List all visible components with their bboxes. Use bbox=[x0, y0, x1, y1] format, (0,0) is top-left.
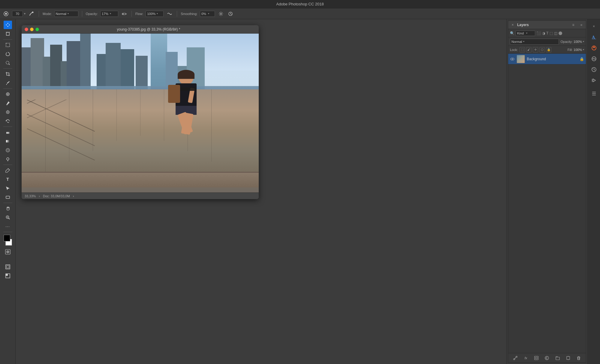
layer-name: Background bbox=[527, 57, 578, 61]
adjustments-panel-icon[interactable] bbox=[589, 54, 599, 64]
brush-size-dropdown-arrow[interactable]: ▾ bbox=[24, 12, 26, 15]
move-tool[interactable] bbox=[4, 21, 12, 29]
healing-brush-tool[interactable] bbox=[4, 90, 12, 98]
airbrush-toggle[interactable] bbox=[121, 10, 128, 17]
svg-point-19 bbox=[6, 104, 8, 105]
svg-rect-8 bbox=[6, 32, 9, 35]
window-close-button[interactable] bbox=[25, 28, 28, 31]
layers-panel-close[interactable]: × bbox=[511, 23, 515, 27]
svg-point-28 bbox=[7, 158, 9, 160]
far-right-close[interactable]: × bbox=[589, 22, 599, 31]
lock-all[interactable]: 🔒 bbox=[546, 47, 551, 52]
channels-panel-icon[interactable] bbox=[589, 89, 599, 98]
opacity-value-arrow[interactable]: ▾ bbox=[583, 40, 584, 43]
actions-panel-icon[interactable] bbox=[589, 76, 599, 85]
opacity-dropdown[interactable]: 17% ▾ bbox=[100, 11, 118, 17]
blend-mode-dropdown[interactable]: Normal ▾ bbox=[510, 39, 559, 45]
crop-tool[interactable] bbox=[4, 70, 12, 78]
svg-rect-38 bbox=[6, 265, 10, 269]
history-brush-tool[interactable] bbox=[4, 117, 12, 125]
new-fill-adjustment-button[interactable] bbox=[544, 355, 550, 361]
fill-value-arrow[interactable]: ▾ bbox=[583, 48, 584, 51]
shape-tool[interactable] bbox=[4, 193, 12, 201]
settings-icon[interactable] bbox=[217, 10, 225, 17]
lock-artboards[interactable]: ⬡ bbox=[539, 47, 545, 52]
document-title: young-370385.jpg @ 33,3% (RGB/8#) * bbox=[41, 27, 256, 31]
lock-position[interactable]: ✛ bbox=[533, 47, 538, 52]
text-tool[interactable]: T bbox=[4, 175, 12, 183]
brush-preset-picker[interactable] bbox=[2, 10, 10, 17]
brush-size-box: ▾ bbox=[12, 11, 26, 17]
document-window: young-370385.jpg @ 33,3% (RGB/8#) * bbox=[22, 25, 259, 199]
add-mask-button[interactable] bbox=[533, 355, 540, 361]
layers-panel-menu[interactable]: ≡ bbox=[571, 22, 576, 27]
lasso-tool[interactable] bbox=[4, 50, 12, 58]
layers-panel-collapse[interactable]: « bbox=[579, 23, 583, 27]
brush-toggle-icon[interactable] bbox=[28, 10, 35, 17]
layer-filter-adjustment[interactable]: ◑ bbox=[542, 31, 545, 35]
quick-mask-toggle[interactable] bbox=[4, 248, 12, 256]
layers-panel: × Layers ≡ « 🔍 Kind ▾ ⬛ ◑ T ⬚ ◫ bbox=[508, 20, 586, 363]
more-tools[interactable]: ··· bbox=[4, 222, 12, 231]
dodge-tool[interactable] bbox=[4, 155, 12, 163]
tool-separator-7 bbox=[3, 232, 12, 232]
new-artboard-button[interactable] bbox=[565, 355, 571, 361]
layer-filter-pixel[interactable]: ⬛ bbox=[536, 31, 541, 35]
eyedropper-tool[interactable] bbox=[4, 79, 12, 87]
tool-separator-1 bbox=[3, 39, 12, 40]
flow-dropdown[interactable]: 100% ▾ bbox=[146, 11, 164, 17]
window-minimize-button[interactable] bbox=[30, 28, 34, 31]
mode-dropdown[interactable]: Normal ▾ bbox=[54, 11, 78, 17]
marquee-tool[interactable] bbox=[4, 41, 12, 49]
layer-filter-toggle[interactable] bbox=[559, 31, 562, 35]
doc-size: Doc: 33,0M/33,0M bbox=[43, 194, 70, 198]
add-layer-style-button[interactable]: fx bbox=[523, 355, 529, 361]
screen-mode-toggle[interactable] bbox=[4, 272, 12, 280]
quick-select-tool[interactable] bbox=[4, 59, 12, 67]
smoothing-dropdown[interactable]: 0% ▾ bbox=[200, 11, 215, 17]
svg-point-37 bbox=[6, 250, 9, 253]
separator-4 bbox=[177, 11, 177, 17]
brush-size-input[interactable] bbox=[12, 11, 23, 17]
pressure-icon[interactable] bbox=[227, 10, 234, 17]
layer-filter-smart[interactable]: ◫ bbox=[554, 31, 557, 35]
opacity-value: 17% bbox=[102, 12, 109, 16]
layer-visibility[interactable] bbox=[510, 57, 515, 61]
blur-tool[interactable] bbox=[4, 146, 12, 154]
mode-label: Mode: bbox=[43, 12, 52, 16]
brush-tool[interactable] bbox=[4, 99, 12, 107]
layer-filter-shape[interactable]: ⬚ bbox=[550, 31, 553, 35]
pen-tool[interactable] bbox=[4, 166, 12, 175]
layer-kind-arrow: ▾ bbox=[526, 32, 534, 34]
clone-stamp-tool[interactable] bbox=[4, 108, 12, 116]
new-group-button[interactable] bbox=[554, 355, 561, 361]
svg-point-1 bbox=[5, 13, 7, 15]
layer-kind-dropdown[interactable]: Kind ▾ bbox=[516, 31, 535, 36]
layers-blend-row: Normal ▾ Opacity: 100% ▾ bbox=[508, 37, 586, 46]
layer-thumbnail bbox=[517, 55, 525, 63]
lock-label: Lock: bbox=[510, 48, 518, 52]
artboard-tool[interactable] bbox=[4, 30, 12, 38]
hand-tool[interactable] bbox=[4, 204, 12, 213]
frame-tool[interactable] bbox=[4, 263, 12, 271]
eraser-tool[interactable] bbox=[4, 128, 12, 136]
svg-point-26 bbox=[6, 148, 10, 152]
smoothing-icon[interactable] bbox=[166, 10, 173, 17]
foreground-color[interactable] bbox=[4, 235, 10, 241]
lock-image-pixels[interactable]: 🖌 bbox=[526, 47, 532, 52]
window-maximize-button[interactable] bbox=[35, 28, 39, 31]
layer-item[interactable]: Background 🔒 bbox=[508, 54, 586, 64]
delete-layer-button[interactable] bbox=[575, 355, 582, 361]
history-panel-icon[interactable] bbox=[589, 65, 599, 74]
link-layers-button[interactable] bbox=[512, 355, 519, 361]
zoom-tool[interactable] bbox=[4, 213, 12, 222]
layer-filter-type[interactable]: T bbox=[546, 31, 548, 35]
lock-transparent-pixels[interactable]: ⬚ bbox=[520, 47, 525, 52]
mode-dropdown-arrow: ▾ bbox=[68, 12, 77, 15]
color-panel-icon[interactable] bbox=[589, 43, 599, 53]
properties-panel-icon[interactable]: A bbox=[589, 32, 599, 42]
gradient-tool[interactable] bbox=[4, 137, 12, 145]
foreground-background-colors[interactable] bbox=[2, 235, 13, 246]
path-selection-tool[interactable] bbox=[4, 184, 12, 192]
photo-canvas[interactable] bbox=[22, 34, 259, 192]
